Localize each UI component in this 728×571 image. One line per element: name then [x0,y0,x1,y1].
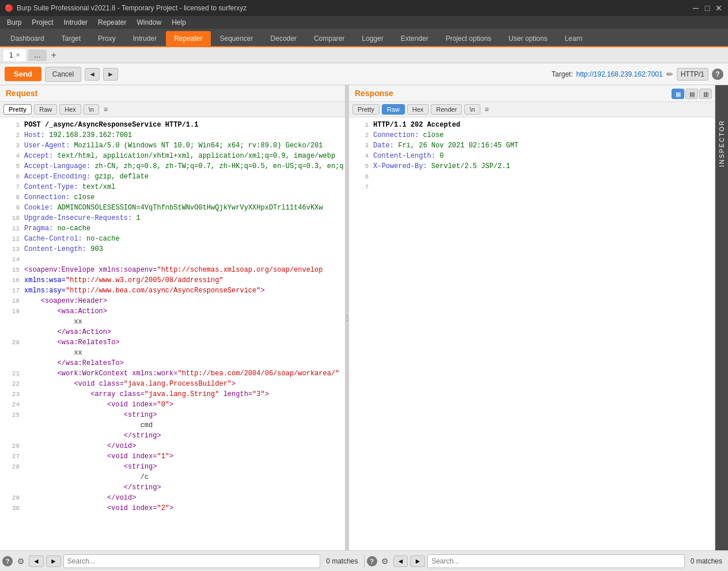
request-code-area[interactable]: 1POST /_async/AsyncResponseService HTTP/… [0,117,345,550]
request-line: 6Accept-Encoding: gzip, deflate [0,172,345,182]
http-version-selector[interactable]: HTTP/1 [677,68,708,81]
request-line: 18 <soapenv:Header> [0,296,345,306]
request-line: 29 </void> [0,493,345,503]
request-format-pretty[interactable]: Pretty [3,104,32,115]
request-line: 20 <wsa:RelatesTo> [0,337,345,348]
tab-close-1[interactable]: ✕ [16,52,20,58]
maximize-button[interactable]: □ [703,3,712,13]
request-search-prev[interactable]: ◄ [29,555,44,567]
request-tab-1[interactable]: 1 ✕ [3,50,26,61]
request-panel: Request Pretty Raw Hex \n ≡ 1POST /_asyn… [0,85,346,550]
request-line: 23 <array class="java.lang.String" lengt… [0,389,345,399]
response-format-hex[interactable]: Hex [407,104,429,115]
layout-side-by-side[interactable]: ▦ [672,89,684,99]
request-line: /c [0,472,345,482]
nav-tab-user-options[interactable]: User options [500,31,555,46]
close-button[interactable]: ✕ [714,3,723,13]
response-search-prev[interactable]: ◄ [393,555,408,567]
request-line: 13Content-Length: 903 [0,244,345,254]
request-tab-ellipsis[interactable]: … [28,50,47,61]
response-format-newline[interactable]: \n [464,104,480,115]
cancel-button[interactable]: Cancel [45,67,81,82]
nav-tab-target[interactable]: Target [54,31,89,46]
request-search-gear[interactable]: ⚙ [15,555,26,567]
target-label: Target: [552,70,573,78]
response-format-render[interactable]: Render [431,104,462,115]
request-line: 22 <void class="java.lang.ProcessBuilder… [0,379,345,389]
request-line: 19 <wsa:Action> [0,306,345,317]
request-line: 17xmlns:asy="http://www.bea.com/async/As… [0,286,345,296]
menu-item-project[interactable]: Project [27,17,58,28]
request-line: 12Cache-Control: no-cache [0,234,345,244]
layout-single[interactable]: ▥ [699,89,712,99]
response-search-next[interactable]: ► [410,555,425,567]
request-search-input[interactable] [63,554,320,568]
inspector-label: INSPECTOR [718,120,725,167]
nav-tab-sequencer[interactable]: Sequencer [212,31,261,46]
response-line: 5X-Powered-By: Servlet/2.5 JSP/2.1 [349,161,715,172]
status-bar: ? ⚙ ◄ ► 0 matches ? ⚙ ◄ ► 0 matches [0,550,728,571]
request-line: 16xmlns:wsa="http://www.w3.org/2005/08/a… [0,275,345,286]
request-line: </string> [0,431,345,441]
request-search-toggle[interactable]: ≡ [104,105,108,113]
nav-tab-decoder[interactable]: Decoder [263,31,305,46]
minimize-button[interactable]: ─ [691,3,700,13]
nav-tab-learn[interactable]: Learn [556,31,590,46]
nav-tab-project-options[interactable]: Project options [438,31,499,46]
response-search-help[interactable]: ? [367,556,377,566]
response-format-pretty[interactable]: Pretty [352,104,380,115]
nav-tab-proxy[interactable]: Proxy [90,31,124,46]
request-search-next[interactable]: ► [46,555,61,567]
response-panel: Response Pretty Raw Hex Render \n ≡ 1HTT… [349,85,715,550]
send-button[interactable]: Send [5,67,41,81]
toolbar: Send Cancel ◄ ► Target: http://192.168.2… [0,63,728,85]
response-search-gear[interactable]: ⚙ [380,555,391,567]
request-line: 21 <work:WorkContext xmlns:work="http://… [0,368,345,379]
app-icon: 🔴 [5,4,13,12]
tab-label: … [34,51,41,59]
new-tab-button[interactable]: + [49,50,59,60]
nav-tab-comparer[interactable]: Comparer [306,31,352,46]
request-format-bar: Pretty Raw Hex \n ≡ [0,102,345,117]
menu-item-window[interactable]: Window [132,17,166,28]
nav-tab-intruder[interactable]: Intruder [125,31,165,46]
response-format-raw[interactable]: Raw [382,104,405,115]
inspector-sidebar[interactable]: INSPECTOR [715,85,728,550]
nav-back-button[interactable]: ◄ [85,68,100,81]
nav-tab-logger[interactable]: Logger [354,31,391,46]
request-search-section: ? ⚙ ◄ ► 0 matches [2,554,362,568]
response-match-count: 0 matches [687,557,726,565]
search-divider [364,554,365,568]
help-icon[interactable]: ? [712,68,723,80]
request-line: 28 <string> [0,462,345,472]
menu-item-burp[interactable]: Burp [2,17,26,28]
request-line: 24 <void index="0"> [0,399,345,410]
response-line: 6 [349,172,715,182]
request-format-raw[interactable]: Raw [34,104,57,115]
response-search-input[interactable] [427,554,684,568]
response-code-area[interactable]: 1HTTP/1.1 202 Accepted2Connection: close… [349,117,715,550]
response-format-bar: Pretty Raw Hex Render \n ≡ [349,102,715,117]
request-line: 4Accept: text/html, application/xhtml+xm… [0,151,345,161]
app-title: Burp Suite Professional v2021.8 - Tempor… [17,4,247,12]
response-line: 2Connection: close [349,130,715,140]
nav-fwd-button[interactable]: ► [103,68,118,81]
menu-item-repeater[interactable]: Repeater [93,17,131,28]
request-line: 5Accept-Language: zh-CN, zh;q=0.8, zh-TW… [0,161,345,172]
menu-item-intruder[interactable]: Intruder [59,17,92,28]
nav-tab-extender[interactable]: Extender [393,31,437,46]
nav-tab-dashboard[interactable]: Dashboard [2,31,52,46]
request-line: 25 <string> [0,410,345,420]
nav-tab-repeater[interactable]: Repeater [166,31,210,46]
tab-bar: 1 ✕ … + [0,47,728,63]
edit-target-icon[interactable]: ✏ [666,70,673,79]
request-format-hex[interactable]: Hex [59,104,81,115]
menu-item-help[interactable]: Help [167,17,191,28]
response-line: 3Date: Fri, 26 Nov 2021 02:16:45 GMT [349,140,715,151]
request-search-help[interactable]: ? [2,556,13,566]
response-search-toggle[interactable]: ≡ [485,105,489,113]
layout-top-bottom[interactable]: ▤ [685,89,698,99]
response-line: 4Content-Length: 0 [349,151,715,161]
target-url[interactable]: http://192.168.239.162:7001 [577,70,663,78]
request-format-newline[interactable]: \n [84,104,99,115]
